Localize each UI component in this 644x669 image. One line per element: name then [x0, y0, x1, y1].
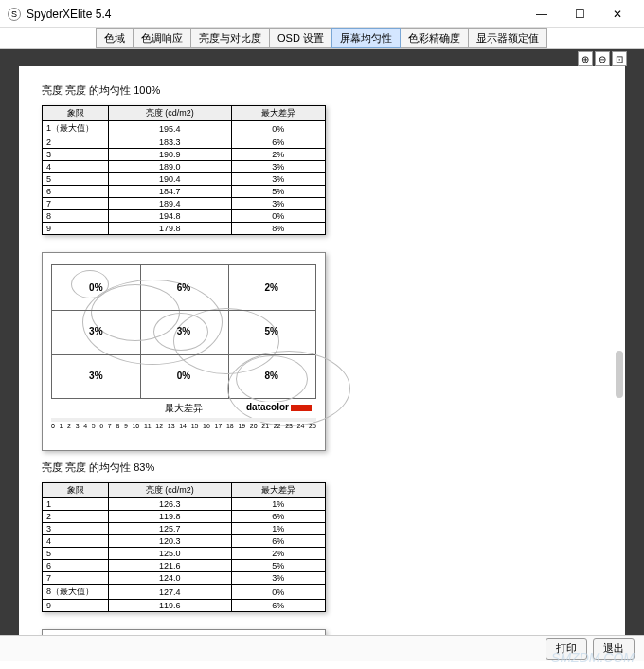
table-header: 最大差异 [231, 483, 325, 498]
table-row: 1（最大值）195.40% [43, 121, 326, 136]
maximize-button[interactable]: ☐ [561, 1, 599, 27]
table-header: 最大差异 [231, 106, 325, 121]
scrollbar-thumb[interactable] [616, 351, 623, 398]
workspace: ⊕ ⊖ ⊡ 亮度 亮度 的均匀性 100%象限亮度 (cd/m2)最大差异1（最… [0, 49, 644, 635]
zoom-in-icon[interactable]: ⊕ [578, 51, 593, 66]
table-row: 3125.71% [43, 523, 326, 535]
table-row: 3190.92% [43, 149, 326, 161]
tab-显示器额定值[interactable]: 显示器额定值 [468, 28, 547, 48]
print-button[interactable]: 打印 [546, 638, 587, 660]
grid-cell: 0% [140, 353, 228, 398]
grid-cell: 0% [52, 265, 140, 310]
zoom-fit-icon[interactable]: ⊡ [612, 51, 627, 66]
table-row: 4189.03% [43, 161, 326, 173]
tab-亮度与对比度[interactable]: 亮度与对比度 [190, 28, 270, 48]
exit-button[interactable]: 退出 [593, 638, 635, 660]
tab-色调响应[interactable]: 色调响应 [133, 28, 191, 48]
close-button[interactable]: ✕ [599, 1, 636, 27]
grid-cell: 8% [227, 353, 315, 398]
table-row: 2119.86% [43, 511, 326, 523]
section-title: 亮度 亮度 的均匀性 83% [42, 461, 602, 475]
grid-cell: 3% [140, 310, 228, 354]
tab-色彩精确度[interactable]: 色彩精确度 [400, 28, 469, 48]
table-row: 9119.66% [43, 600, 326, 612]
table-row: 4120.36% [43, 535, 326, 548]
table-row: 5190.43% [43, 173, 326, 186]
uniformity-chart: 0%6%2%3%3%5%3%0%8%datacolor最大差异012345678… [42, 252, 326, 451]
table-row: 1126.31% [43, 498, 326, 511]
table-row: 2183.36% [43, 136, 326, 149]
luminance-table: 象限亮度 (cd/m2)最大差异1126.31%2119.86%3125.71%… [42, 482, 326, 612]
chart-scale: 0123456789101112131415161718192021222324… [51, 418, 316, 429]
zoom-toolbar: ⊕ ⊖ ⊡ [578, 51, 627, 66]
table-row: 6121.65% [43, 560, 326, 572]
table-row: 7189.43% [43, 198, 326, 210]
grid-cell: 3% [52, 310, 140, 354]
minimize-button[interactable]: — [523, 1, 561, 27]
footer: 打印 退出 [0, 635, 644, 661]
table-header: 象限 [43, 483, 109, 498]
tab-色域[interactable]: 色域 [96, 28, 134, 48]
grid-cell: 2% [227, 265, 315, 310]
table-header: 亮度 (cd/m2) [109, 106, 232, 121]
tab-bar: 色域色调响应亮度与对比度OSD 设置屏幕均匀性色彩精确度显示器额定值 [0, 28, 644, 49]
brand-logo: datacolor [244, 402, 313, 412]
chart-grid: 0%6%2%3%3%5%3%0%8% [51, 264, 316, 399]
table-row: 6184.75% [43, 186, 326, 198]
table-header: 亮度 (cd/m2) [109, 483, 232, 498]
grid-cell: 6% [140, 265, 228, 310]
grid-cell: 3% [52, 353, 140, 398]
tab-OSD 设置[interactable]: OSD 设置 [269, 28, 332, 48]
zoom-out-icon[interactable]: ⊖ [595, 51, 610, 66]
luminance-table: 象限亮度 (cd/m2)最大差异1（最大值）195.40%2183.36%319… [42, 105, 326, 235]
uniformity-chart: 1%6%1% [42, 629, 326, 635]
table-row: 8194.80% [43, 210, 326, 223]
titlebar: S SpyderXElite 5.4 — ☐ ✕ [0, 0, 644, 28]
report-document: 亮度 亮度 的均匀性 100%象限亮度 (cd/m2)最大差异1（最大值）195… [19, 66, 625, 635]
table-row: 7124.03% [43, 572, 326, 585]
tab-屏幕均匀性[interactable]: 屏幕均匀性 [331, 28, 401, 48]
app-icon: S [8, 8, 21, 21]
app-title: SpyderXElite 5.4 [27, 8, 523, 21]
grid-cell: 5% [227, 310, 315, 354]
document-scroll[interactable]: 亮度 亮度 的均匀性 100%象限亮度 (cd/m2)最大差异1（最大值）195… [19, 66, 625, 635]
table-row: 5125.02% [43, 548, 326, 560]
table-row: 9179.88% [43, 223, 326, 235]
table-row: 8（最大值）127.40% [43, 585, 326, 600]
table-header: 象限 [43, 106, 109, 121]
section-title: 亮度 亮度 的均匀性 100% [42, 83, 602, 98]
